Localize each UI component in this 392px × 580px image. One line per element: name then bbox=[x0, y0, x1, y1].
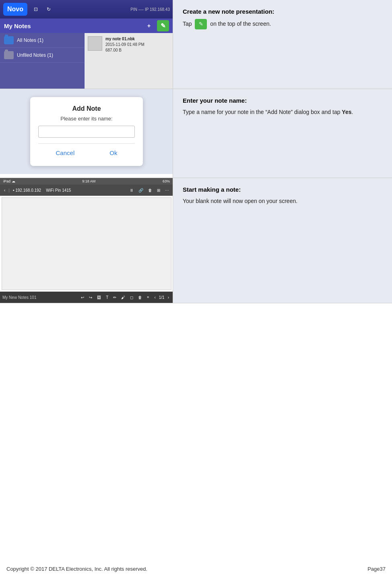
screen3-toolbar: ‹ | • 192.168.0.192 WiFi Pin 1415 ⏸ 🔗 🗑 … bbox=[0, 184, 173, 196]
dialog-input[interactable] bbox=[38, 126, 135, 138]
more-icon[interactable]: ⋯ bbox=[163, 187, 171, 193]
refresh-icon: ↻ bbox=[43, 4, 54, 14]
all-notes-item[interactable]: All Notes (1) bbox=[0, 33, 84, 48]
text-col-2: Enter your note name: Type a name for yo… bbox=[173, 89, 392, 178]
step2-title: Enter your note name: bbox=[183, 97, 382, 104]
screen2-overlay: Add Note Please enter its name: Cancel O… bbox=[0, 89, 173, 174]
unfiled-notes-label: Unfiled Notes (1) bbox=[17, 52, 53, 58]
note-date: 2015-11-09 01:48 PM bbox=[105, 42, 144, 48]
screen1-app: Novo ⊡ ↻ PIN ---- IP 192.168.43 My Notes… bbox=[0, 0, 173, 89]
step2-period: . bbox=[352, 109, 353, 115]
step1-post-text: on the top of the screen. bbox=[210, 21, 271, 27]
add-note-icon[interactable]: + bbox=[143, 20, 155, 31]
dialog-cancel-button[interactable]: Cancel bbox=[51, 148, 80, 158]
screen1-title-bar: My Notes + ✎ bbox=[0, 19, 173, 33]
delete-button[interactable]: 🗑 bbox=[136, 294, 144, 300]
redo-button[interactable]: ↪ bbox=[87, 294, 94, 300]
edit-icon-symbol: ✎ bbox=[161, 22, 166, 29]
battery-status: 63% bbox=[163, 179, 170, 183]
dialog-prompt: Please enter its name: bbox=[38, 116, 135, 122]
dialog-buttons: Cancel Ok bbox=[38, 143, 135, 158]
unfiled-notes-item[interactable]: Unfiled Notes (1) bbox=[0, 48, 84, 63]
notes-content: my note 01.nbk 2015-11-09 01:48 PM 687.0… bbox=[85, 33, 173, 89]
grid-icon[interactable]: ⊞ bbox=[155, 187, 162, 193]
page-content: Novo ⊡ ↻ PIN ---- IP 192.168.43 My Notes… bbox=[0, 0, 392, 303]
my-notes-label: My Notes bbox=[4, 23, 31, 29]
novo-logo: Novo bbox=[3, 3, 27, 16]
toolbar-right-icons: ⏸ 🔗 🗑 ⊞ ⋯ bbox=[128, 187, 171, 193]
step2-body-text: Type a name for your note in the “Add No… bbox=[183, 109, 342, 115]
prev-page-button[interactable]: ‹ bbox=[153, 294, 157, 300]
folder-icon-all bbox=[4, 36, 14, 44]
edit-note-icon[interactable]: ✎ bbox=[157, 20, 169, 31]
copyright-text: Copyright © 2017 DELTA Electronics, Inc.… bbox=[6, 566, 147, 572]
ipad-status-left: iPad ☁ bbox=[3, 179, 15, 183]
note-file-info: my note 01.nbk 2015-11-09 01:48 PM 687.0… bbox=[105, 36, 144, 53]
select-button[interactable]: ⌖ bbox=[145, 294, 151, 300]
screen1-body: All Notes (1) Unfiled Notes (1) my note … bbox=[0, 33, 173, 89]
row-2: Add Note Please enter its name: Cancel O… bbox=[0, 89, 392, 178]
note-filename: my note 01.nbk bbox=[105, 36, 144, 42]
step2-yes-bold: Yes bbox=[342, 109, 351, 115]
step3-title: Start making a note: bbox=[183, 186, 382, 193]
page-number: Page37 bbox=[367, 566, 386, 572]
notes-sidebar: All Notes (1) Unfiled Notes (1) bbox=[0, 33, 85, 89]
pause-icon[interactable]: ⏸ bbox=[128, 187, 135, 193]
step2-body: Type a name for your note in the “Add No… bbox=[183, 108, 382, 116]
page-label: Page bbox=[367, 566, 380, 572]
page-footer: Copyright © 2017 DELTA Electronics, Inc.… bbox=[0, 566, 392, 572]
toolbar-separator-1: | bbox=[8, 188, 10, 193]
status-text: PIN ---- IP 192.168.43 bbox=[130, 7, 170, 12]
header-icons: ⊡ ↻ bbox=[31, 4, 54, 14]
screenshot-icon: ⊡ bbox=[31, 4, 41, 14]
dialog-title: Add Note bbox=[38, 105, 135, 112]
screen1-header: Novo ⊡ ↻ PIN ---- IP 192.168.43 bbox=[0, 0, 173, 19]
next-page-button[interactable]: › bbox=[166, 294, 171, 300]
row-3: iPad ☁ 9:18 AM 63% ‹ | • 192.168.0.192 W… bbox=[0, 178, 392, 303]
screen3-bottom-bar: My New Notes 101 ↩ ↪ 🖼 T ✏ 🖌 ◻ 🗑 ⌖ ‹ 1/1… bbox=[0, 292, 173, 303]
highlighter-button[interactable]: 🖌 bbox=[120, 294, 127, 300]
note-canvas-area[interactable] bbox=[2, 197, 171, 290]
all-notes-label: All Notes (1) bbox=[17, 37, 43, 43]
undo-button[interactable]: ↩ bbox=[79, 294, 86, 300]
screen3-blank-note: iPad ☁ 9:18 AM 63% ‹ | • 192.168.0.192 W… bbox=[0, 178, 173, 303]
screen3-status-bar: iPad ☁ 9:18 AM 63% bbox=[0, 178, 173, 184]
text-col-3: Start making a note: Your blank note wil… bbox=[173, 178, 392, 303]
note-title-display: My New Notes 101 bbox=[2, 295, 36, 300]
link-icon[interactable]: 🔗 bbox=[137, 187, 145, 193]
note-file-item[interactable]: my note 01.nbk 2015-11-09 01:48 PM 687.0… bbox=[88, 36, 170, 53]
title-bar-actions: + ✎ bbox=[143, 20, 169, 31]
image-insert-button[interactable]: 🖼 bbox=[95, 294, 103, 300]
page-info: 1/1 bbox=[159, 295, 165, 300]
step1-title: Create a new note presentation: bbox=[183, 8, 382, 15]
add-note-dialog: Add Note Please enter its name: Cancel O… bbox=[30, 97, 143, 166]
step1-body: Tap ✎ on the top of the screen. bbox=[183, 19, 382, 29]
page-num-value: 37 bbox=[380, 566, 386, 572]
eraser-button[interactable]: ◻ bbox=[128, 294, 135, 300]
dialog-ok-button[interactable]: Ok bbox=[105, 148, 122, 158]
note-thumbnail bbox=[88, 36, 102, 51]
text-button[interactable]: T bbox=[104, 294, 110, 300]
back-button[interactable]: ‹ bbox=[2, 187, 7, 193]
step3-body: Your blank note will now open on your sc… bbox=[183, 197, 382, 205]
text-col-1: Create a new note presentation: Tap ✎ on… bbox=[173, 0, 392, 89]
folder-icon-unfiled bbox=[4, 51, 14, 59]
pen-button[interactable]: ✏ bbox=[111, 294, 118, 300]
ip-display: • 192.168.0.192 bbox=[11, 187, 43, 193]
step1-tap-text: Tap bbox=[183, 21, 193, 27]
row-1: Novo ⊡ ↻ PIN ---- IP 192.168.43 My Notes… bbox=[0, 0, 392, 89]
screenshot-3: iPad ☁ 9:18 AM 63% ‹ | • 192.168.0.192 W… bbox=[0, 178, 173, 303]
time-display: 9:18 AM bbox=[82, 179, 95, 183]
wifi-display: WiFi Pin 1415 bbox=[44, 187, 72, 193]
tap-icon-inline: ✎ bbox=[195, 19, 207, 29]
screenshot-2: Add Note Please enter its name: Cancel O… bbox=[0, 89, 173, 178]
note-size: 687.00 B bbox=[105, 48, 144, 53]
screenshot-1: Novo ⊡ ↻ PIN ---- IP 192.168.43 My Notes… bbox=[0, 0, 173, 89]
trash-icon[interactable]: 🗑 bbox=[146, 187, 154, 193]
